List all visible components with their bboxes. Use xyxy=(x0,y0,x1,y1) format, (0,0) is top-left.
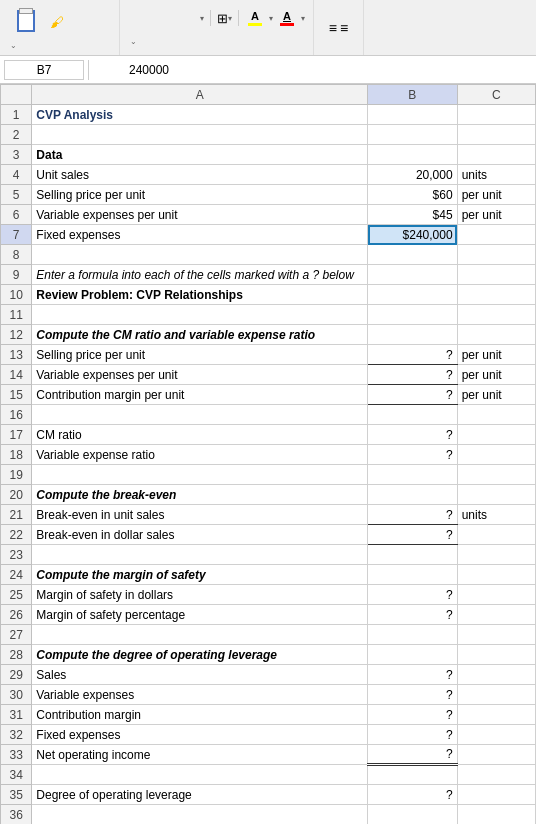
cell-c22[interactable] xyxy=(457,525,535,545)
cell-a12[interactable]: Compute the CM ratio and variable expens… xyxy=(32,325,368,345)
cell-c33[interactable] xyxy=(457,745,535,765)
underline-dropdown[interactable]: ▾ xyxy=(200,14,204,23)
cell-b35[interactable]: ? xyxy=(368,785,458,805)
cell-a35[interactable]: Degree of operating leverage xyxy=(32,785,368,805)
cell-b1[interactable] xyxy=(368,105,458,125)
cell-c15[interactable]: per unit xyxy=(457,385,535,405)
cell-c24[interactable] xyxy=(457,565,535,585)
cell-a9[interactable]: Enter a formula into each of the cells m… xyxy=(32,265,368,285)
cell-b22[interactable]: ? xyxy=(368,525,458,545)
cell-b32[interactable]: ? xyxy=(368,725,458,745)
cell-a1[interactable]: CVP Analysis xyxy=(32,105,368,125)
cell-c30[interactable] xyxy=(457,685,535,705)
cell-a33[interactable]: Net operating income xyxy=(32,745,368,765)
cell-b2[interactable] xyxy=(368,125,458,145)
cell-c2[interactable] xyxy=(457,125,535,145)
cell-c16[interactable] xyxy=(457,405,535,425)
cell-c28[interactable] xyxy=(457,645,535,665)
cell-c11[interactable] xyxy=(457,305,535,325)
cell-b12[interactable] xyxy=(368,325,458,345)
col-header-c[interactable]: C xyxy=(457,85,535,105)
col-header-a[interactable]: A xyxy=(32,85,368,105)
cell-b29[interactable]: ? xyxy=(368,665,458,685)
cell-a15[interactable]: Contribution margin per unit xyxy=(32,385,368,405)
confirm-formula-button[interactable] xyxy=(103,69,109,71)
cancel-formula-button[interactable] xyxy=(93,69,99,71)
cell-b27[interactable] xyxy=(368,625,458,645)
cell-a16[interactable] xyxy=(32,405,368,425)
clipboard-expand-icon[interactable]: ⌄ xyxy=(10,41,17,50)
cell-a28[interactable]: Compute the degree of operating leverage xyxy=(32,645,368,665)
cell-c1[interactable] xyxy=(457,105,535,125)
cell-b8[interactable] xyxy=(368,245,458,265)
cell-b24[interactable] xyxy=(368,565,458,585)
cell-c3[interactable] xyxy=(457,145,535,165)
cell-a30[interactable]: Variable expenses xyxy=(32,685,368,705)
paste-button[interactable] xyxy=(8,6,44,39)
cell-b19[interactable] xyxy=(368,465,458,485)
cell-c6[interactable]: per unit xyxy=(457,205,535,225)
align-icon[interactable]: ≡ xyxy=(329,20,337,36)
cell-b5[interactable]: $60 xyxy=(368,185,458,205)
cell-c18[interactable] xyxy=(457,445,535,465)
cell-b10[interactable] xyxy=(368,285,458,305)
cell-b20[interactable] xyxy=(368,485,458,505)
cell-c5[interactable]: per unit xyxy=(457,185,535,205)
highlight-color-button[interactable]: A xyxy=(245,9,265,27)
cell-b28[interactable] xyxy=(368,645,458,665)
underline-button[interactable] xyxy=(176,16,196,20)
cell-c14[interactable]: per unit xyxy=(457,365,535,385)
col-header-b[interactable]: B xyxy=(368,85,458,105)
cell-c21[interactable]: units xyxy=(457,505,535,525)
cell-b6[interactable]: $45 xyxy=(368,205,458,225)
cell-c36[interactable] xyxy=(457,805,535,825)
cell-a21[interactable]: Break-even in unit sales xyxy=(32,505,368,525)
cell-b15[interactable]: ? xyxy=(368,385,458,405)
cell-a34[interactable] xyxy=(32,765,368,785)
cell-c32[interactable] xyxy=(457,725,535,745)
cell-c4[interactable]: units xyxy=(457,165,535,185)
cell-a13[interactable]: Selling price per unit xyxy=(32,345,368,365)
cell-a23[interactable] xyxy=(32,545,368,565)
cell-b25[interactable]: ? xyxy=(368,585,458,605)
cell-a19[interactable] xyxy=(32,465,368,485)
cell-b33[interactable]: ? xyxy=(368,745,458,765)
bold-button[interactable] xyxy=(128,16,148,20)
cell-a32[interactable]: Fixed expenses xyxy=(32,725,368,745)
cell-a26[interactable]: Margin of safety percentage xyxy=(32,605,368,625)
cell-c13[interactable]: per unit xyxy=(457,345,535,365)
cell-a7[interactable]: Fixed expenses xyxy=(32,225,368,245)
formula-input[interactable] xyxy=(125,61,532,79)
cell-a2[interactable] xyxy=(32,125,368,145)
cell-b9[interactable] xyxy=(368,265,458,285)
cell-c10[interactable] xyxy=(457,285,535,305)
borders-button[interactable]: ⊞ ▾ xyxy=(217,11,232,26)
cell-a36[interactable] xyxy=(32,805,368,825)
cell-a25[interactable]: Margin of safety in dollars xyxy=(32,585,368,605)
cell-a14[interactable]: Variable expenses per unit xyxy=(32,365,368,385)
cell-c20[interactable] xyxy=(457,485,535,505)
cell-b26[interactable]: ? xyxy=(368,605,458,625)
cell-b13[interactable]: ? xyxy=(368,345,458,365)
cell-b3[interactable] xyxy=(368,145,458,165)
highlight-dropdown[interactable]: ▾ xyxy=(269,14,273,23)
cell-reference-box[interactable] xyxy=(4,60,84,80)
cell-a20[interactable]: Compute the break-even xyxy=(32,485,368,505)
cell-a24[interactable]: Compute the margin of safety xyxy=(32,565,368,585)
cell-a4[interactable]: Unit sales xyxy=(32,165,368,185)
cell-a17[interactable]: CM ratio xyxy=(32,425,368,445)
cell-b16[interactable] xyxy=(368,405,458,425)
cell-a5[interactable]: Selling price per unit xyxy=(32,185,368,205)
cell-b31[interactable]: ? xyxy=(368,705,458,725)
cell-c17[interactable] xyxy=(457,425,535,445)
cell-c19[interactable] xyxy=(457,465,535,485)
cell-b11[interactable] xyxy=(368,305,458,325)
format-painter-button[interactable]: 🖌 xyxy=(50,14,68,30)
cell-b14[interactable]: ? xyxy=(368,365,458,385)
cell-c26[interactable] xyxy=(457,605,535,625)
font-expand-icon[interactable]: ⌄ xyxy=(130,37,137,46)
cell-a22[interactable]: Break-even in dollar sales xyxy=(32,525,368,545)
cell-c35[interactable] xyxy=(457,785,535,805)
font-color-dropdown[interactable]: ▾ xyxy=(301,14,305,23)
cell-b4[interactable]: 20,000 xyxy=(368,165,458,185)
